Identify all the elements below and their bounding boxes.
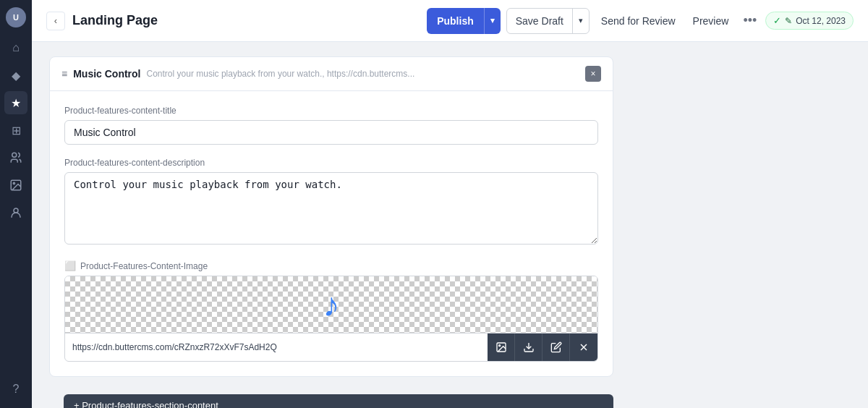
main-area: ‹ Landing Page Publish ▾ Save Draft ▾ Se…	[32, 0, 868, 408]
add-content-button[interactable]: + Product-features-section-content	[64, 394, 613, 408]
publish-button[interactable]: Publish ▾	[427, 8, 501, 34]
sidebar-item-help[interactable]: ?	[4, 378, 27, 401]
page-title: Landing Page	[72, 13, 420, 28]
music-note-icon: ♪	[323, 285, 340, 324]
sidebar-item-users[interactable]	[4, 146, 27, 169]
topbar-actions: Publish ▾ Save Draft ▾ Send for Review P…	[427, 8, 854, 34]
image-field-label-text: Product-Features-Content-Image	[80, 261, 208, 271]
preview-button[interactable]: Preview	[687, 15, 735, 27]
save-draft-button[interactable]: Save Draft ▾	[506, 8, 590, 34]
description-textarea[interactable]: Control your music playback from your wa…	[64, 172, 598, 245]
save-draft-dropdown-arrow[interactable]: ▾	[573, 9, 589, 33]
image-field-label: ⬜ Product-Features-Content-Image	[64, 260, 598, 271]
status-badge: ✓ ✎ Oct 12, 2023	[765, 12, 854, 30]
description-field-label: Product-features-content-description	[64, 158, 598, 168]
svg-point-5	[498, 345, 500, 347]
back-icon: ‹	[54, 15, 57, 26]
more-options-button[interactable]: •••	[740, 13, 760, 28]
card-title: Music Control	[73, 68, 140, 80]
sidebar-item-images[interactable]	[4, 174, 27, 197]
title-field: Product-features-content-title	[64, 106, 598, 145]
sidebar: U ⌂ ◆ ★ ⊞ ?	[0, 0, 32, 408]
music-control-card: ≡ Music Control Control your music playb…	[49, 56, 613, 377]
status-edit-icon: ✎	[785, 16, 792, 26]
sidebar-item-grid[interactable]: ⊞	[4, 119, 27, 142]
image-field: ⬜ Product-Features-Content-Image ♪	[64, 260, 598, 362]
image-remove-button[interactable]	[570, 333, 597, 361]
avatar[interactable]: U	[6, 7, 26, 27]
status-check-icon: ✓	[773, 15, 781, 26]
image-preview: ♪	[64, 276, 598, 362]
topbar: ‹ Landing Page Publish ▾ Save Draft ▾ Se…	[32, 0, 868, 42]
title-field-label: Product-features-content-title	[64, 106, 598, 116]
sidebar-item-team[interactable]	[4, 201, 27, 224]
content-area: ≡ Music Control Control your music playb…	[32, 42, 868, 408]
image-url-input[interactable]	[65, 336, 488, 358]
description-field: Product-features-content-description Con…	[64, 158, 598, 247]
image-url-bar	[65, 333, 597, 361]
sidebar-item-butter[interactable]: ◆	[4, 64, 27, 87]
image-actions	[488, 333, 597, 361]
sidebar-item-star[interactable]: ★	[4, 91, 27, 114]
svg-point-2	[13, 182, 14, 184]
image-preview-area: ♪	[65, 276, 597, 333]
status-date: Oct 12, 2023	[796, 16, 846, 26]
image-edit-button[interactable]	[542, 333, 570, 361]
right-panel	[628, 56, 851, 394]
card-header-url: Control your music playback from your wa…	[147, 69, 579, 79]
publish-dropdown-arrow[interactable]: ▾	[485, 8, 501, 34]
send-for-review-button[interactable]: Send for Review	[595, 15, 681, 27]
save-draft-label: Save Draft	[507, 9, 573, 33]
close-icon: ×	[590, 69, 595, 79]
card-close-button[interactable]: ×	[585, 66, 601, 82]
card-header: ≡ Music Control Control your music playb…	[50, 57, 613, 91]
svg-point-0	[12, 153, 17, 157]
drag-handle-icon: ≡	[61, 68, 67, 80]
image-gallery-button[interactable]	[488, 333, 515, 361]
publish-label: Publish	[427, 8, 485, 34]
image-download-button[interactable]	[515, 333, 542, 361]
svg-point-3	[14, 208, 18, 213]
sidebar-item-home[interactable]: ⌂	[4, 36, 27, 59]
title-input[interactable]	[64, 120, 598, 145]
back-button[interactable]: ‹	[46, 12, 65, 30]
card-body: Product-features-content-title Product-f…	[50, 91, 613, 376]
image-label-icon: ⬜	[64, 260, 76, 271]
